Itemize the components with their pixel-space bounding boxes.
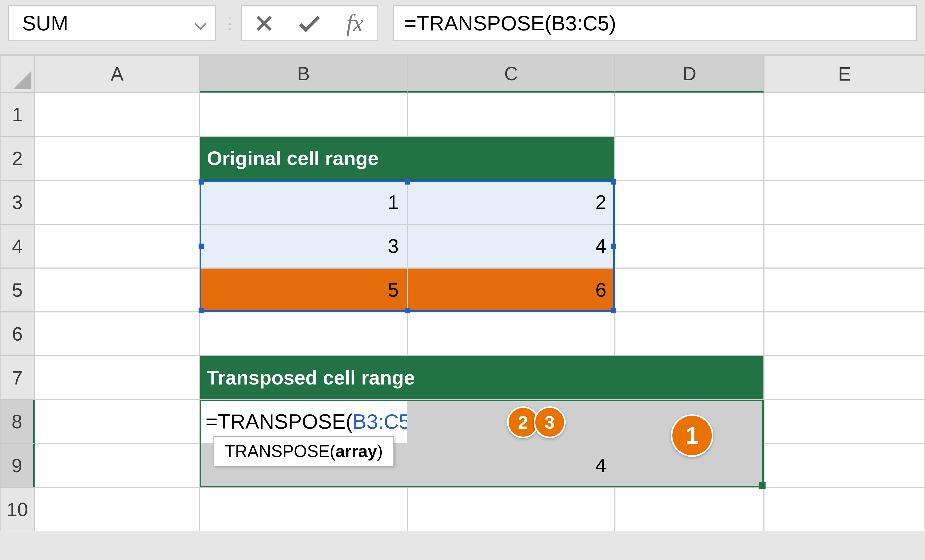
cell-C4[interactable]: 4 [407, 224, 615, 268]
row-header-5[interactable]: 5 [0, 268, 35, 312]
cell-A5[interactable] [35, 268, 200, 312]
cell-B4[interactable]: 3 [200, 224, 407, 268]
cell-B1[interactable] [200, 93, 407, 137]
formula-ref: B3:C5 [353, 410, 410, 434]
formula-prefix: =TRANSPOSE( [205, 410, 353, 434]
cell-E8[interactable] [764, 400, 925, 443]
cell-E6[interactable] [764, 312, 925, 356]
spreadsheet-grid: A B C D E 1 2 Original cell range 3 1 2 … [0, 54, 925, 531]
cell-A4[interactable] [35, 224, 200, 268]
cell-E9[interactable] [764, 443, 925, 487]
row-header-6[interactable]: 6 [0, 312, 35, 356]
formula-bar: SUM ⋮ fx =TRANSPOSE(B3:C5) [0, 0, 925, 54]
insert-function-icon[interactable]: fx [332, 6, 377, 41]
cell-B6[interactable] [200, 312, 407, 356]
cell-C3[interactable]: 2 [407, 180, 615, 224]
name-box-value: SUM [22, 11, 68, 35]
cell-E10[interactable] [764, 487, 925, 531]
cell-C10[interactable] [407, 487, 615, 531]
cell-E5[interactable] [764, 268, 925, 312]
cell-E2[interactable] [764, 137, 925, 180]
tooltip-arg: array [335, 442, 377, 461]
cell-E3[interactable] [764, 180, 925, 224]
cell-B5[interactable]: 5 [200, 268, 407, 312]
cell-C6[interactable] [407, 312, 615, 356]
cell-C5[interactable]: 6 [407, 268, 615, 312]
cell-D5[interactable] [615, 268, 764, 312]
formula-text: =TRANSPOSE(B3:C5) [404, 11, 616, 35]
row-header-7[interactable]: 7 [0, 356, 35, 400]
cell-A8[interactable] [35, 400, 200, 443]
chevron-down-icon[interactable] [194, 11, 207, 35]
cell-D3[interactable] [615, 180, 764, 224]
cell-D1[interactable] [615, 93, 764, 137]
cell-D2[interactable] [615, 137, 764, 180]
tooltip-fn: TRANSPOSE [224, 442, 330, 461]
cell-D4[interactable] [615, 224, 764, 268]
function-tooltip[interactable]: TRANSPOSE(array) [214, 436, 394, 466]
col-header-B[interactable]: B [200, 55, 407, 93]
name-box[interactable]: SUM [8, 5, 215, 41]
formula-input[interactable]: =TRANSPOSE(B3:C5) [393, 5, 917, 41]
cell-E1[interactable] [764, 93, 925, 137]
cell-A6[interactable] [35, 312, 200, 356]
row-header-2[interactable]: 2 [0, 137, 35, 180]
cell-A1[interactable] [35, 93, 200, 137]
enter-icon[interactable] [287, 6, 332, 41]
cell-B3[interactable]: 1 [200, 180, 407, 224]
cell-A9[interactable] [35, 443, 200, 487]
original-title[interactable]: Original cell range [200, 137, 615, 180]
cell-C9[interactable]: 4 [407, 443, 615, 487]
row-header-8[interactable]: 8 [0, 400, 35, 443]
col-header-C[interactable]: C [407, 55, 615, 93]
col-header-D[interactable]: D [615, 55, 764, 93]
cancel-icon[interactable] [242, 6, 287, 41]
cell-E4[interactable] [764, 224, 925, 268]
cell-A10[interactable] [35, 487, 200, 531]
cell-A7[interactable] [35, 356, 200, 400]
cell-D10[interactable] [615, 487, 764, 531]
row-header-10[interactable]: 10 [0, 487, 35, 531]
cell-A2[interactable] [35, 137, 200, 180]
row-header-3[interactable]: 3 [0, 180, 35, 224]
col-header-A[interactable]: A [35, 55, 200, 93]
row-header-9[interactable]: 9 [0, 443, 35, 487]
row-header-4[interactable]: 4 [0, 224, 35, 268]
column-headers: A B C D E [0, 55, 925, 93]
cell-E7[interactable] [764, 356, 925, 400]
row-header-1[interactable]: 1 [0, 93, 35, 137]
callout-badge-3: 3 [534, 406, 566, 438]
separator-icon: ⋮ [215, 14, 241, 33]
transposed-title[interactable]: Transposed cell range [200, 356, 764, 400]
cell-B8-editing[interactable]: =TRANSPOSE(B3:C5) TRANSPOSE(array) [200, 400, 407, 443]
callout-badge-1: 1 [671, 414, 713, 457]
cell-A3[interactable] [35, 180, 200, 224]
cell-B10[interactable] [200, 487, 407, 531]
formula-bar-buttons: fx [241, 5, 378, 41]
cell-D6[interactable] [615, 312, 764, 356]
select-all-corner[interactable] [0, 55, 35, 93]
col-header-E[interactable]: E [764, 55, 925, 93]
cell-C1[interactable] [407, 93, 615, 137]
